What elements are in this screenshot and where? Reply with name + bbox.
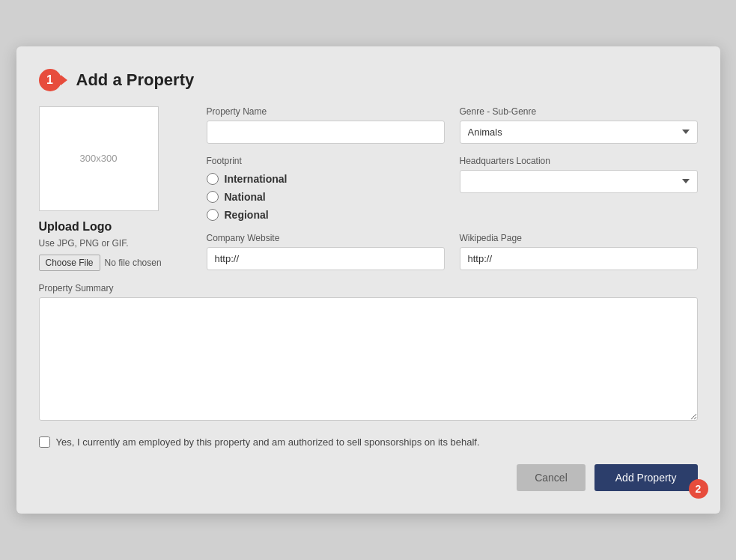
footprint-group: Footprint International National Regi	[207, 156, 445, 221]
wikipedia-group: Wikipedia Page	[460, 233, 698, 270]
radio-international-label: International	[225, 173, 288, 185]
footer-row: Cancel Add Property 2	[39, 464, 698, 491]
wikipedia-input[interactable]	[460, 247, 698, 270]
wikipedia-label: Wikipedia Page	[460, 233, 698, 243]
modal-header: 1 Add a Property	[39, 69, 698, 91]
upload-title: Upload Logo	[39, 220, 189, 234]
authorization-checkbox-section: Yes, I currently am employed by this pro…	[39, 435, 698, 450]
footprint-label: Footprint	[207, 156, 445, 166]
website-input[interactable]	[207, 247, 445, 270]
upload-section: 300x300 Upload Logo Use JPG, PNG or GIF.…	[39, 106, 189, 282]
radio-regional-input[interactable]	[207, 209, 219, 221]
radio-international[interactable]: International	[207, 173, 445, 185]
summary-textarea[interactable]	[39, 297, 698, 421]
hq-select[interactable]	[460, 170, 698, 193]
property-name-label: Property Name	[207, 106, 445, 117]
upload-hint: Use JPG, PNG or GIF.	[39, 238, 189, 249]
genre-group: Genre - Sub-Genre Animals Sports Music N…	[460, 106, 698, 144]
summary-label: Property Summary	[39, 283, 114, 293]
authorization-text: Yes, I currently am employed by this pro…	[56, 435, 480, 450]
step-1-badge: 1	[39, 69, 61, 91]
row-footprint-hq: Footprint International National Regi	[207, 156, 698, 221]
row-website-wiki: Company Website Wikipedia Page	[207, 233, 698, 270]
summary-section: Property Summary	[39, 282, 698, 423]
add-property-wrapper: Add Property 2	[594, 464, 698, 491]
form-area: Property Name Genre - Sub-Genre Animals …	[207, 106, 698, 282]
modal-title: Add a Property	[76, 70, 195, 90]
radio-national-label: National	[225, 191, 266, 203]
step-2-badge: 2	[689, 479, 708, 499]
radio-international-input[interactable]	[207, 173, 219, 185]
logo-preview: 300x300	[39, 106, 159, 211]
hq-label: Headquarters Location	[460, 156, 698, 166]
add-property-button[interactable]: Add Property	[594, 464, 698, 491]
footprint-options: International National Regional	[207, 173, 445, 221]
hq-group: Headquarters Location	[460, 156, 698, 221]
content-area: 300x300 Upload Logo Use JPG, PNG or GIF.…	[39, 106, 698, 282]
website-label: Company Website	[207, 233, 445, 243]
radio-national-input[interactable]	[207, 191, 219, 203]
website-group: Company Website	[207, 233, 445, 270]
cancel-button[interactable]: Cancel	[517, 464, 586, 491]
radio-national[interactable]: National	[207, 191, 445, 203]
property-name-input[interactable]	[207, 121, 445, 144]
radio-regional-label: Regional	[225, 209, 269, 221]
genre-label: Genre - Sub-Genre	[460, 106, 698, 117]
property-name-group: Property Name	[207, 106, 445, 144]
authorization-checkbox[interactable]	[39, 436, 50, 448]
add-property-modal: 1 Add a Property 300x300 Upload Logo Use…	[16, 46, 720, 514]
choose-file-button[interactable]: Choose File	[39, 255, 100, 271]
no-file-label: No file chosen	[105, 258, 162, 268]
genre-select[interactable]: Animals Sports Music News Entertainment	[460, 121, 698, 144]
file-input-row: Choose File No file chosen	[39, 255, 189, 271]
row-name-genre: Property Name Genre - Sub-Genre Animals …	[207, 106, 698, 144]
radio-regional[interactable]: Regional	[207, 209, 445, 221]
